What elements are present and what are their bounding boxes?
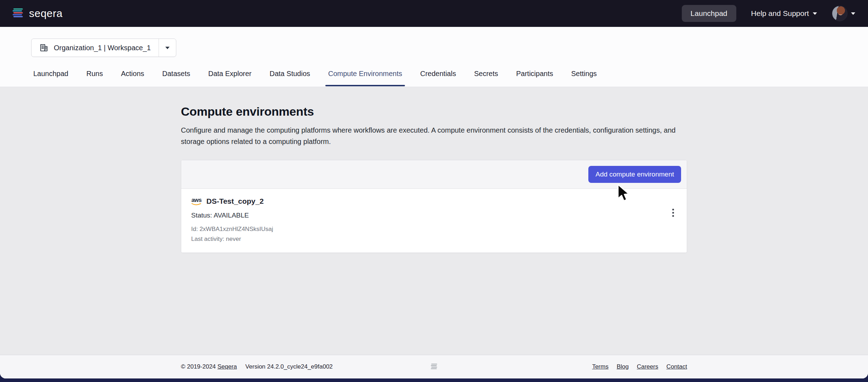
main-content: Compute environments Configure and manag… xyxy=(0,87,868,355)
careers-link[interactable]: Careers xyxy=(637,363,658,370)
seqera-mark-icon xyxy=(429,361,439,372)
environment-name-row: aws DS-Test_copy_2 xyxy=(191,197,678,206)
seqera-logo-icon xyxy=(11,7,24,20)
status-value: AVAILABLE xyxy=(213,212,249,219)
tab-datasets[interactable]: Datasets xyxy=(159,69,193,86)
workspace-selector-main[interactable]: Organization_1 | Workspace_1 xyxy=(32,39,159,57)
footer: © 2019-2024 Seqera Version 24.2.0_cycle2… xyxy=(0,355,868,378)
help-and-support-label: Help and Support xyxy=(751,9,809,18)
last-activity-label: Last activity: xyxy=(191,236,224,242)
footer-links: Terms Blog Careers Contact xyxy=(592,363,687,370)
aws-smile-icon xyxy=(191,203,202,206)
avatar[interactable] xyxy=(832,6,847,21)
last-activity-value: never xyxy=(226,236,241,242)
environment-status: Status: AVAILABLE xyxy=(191,212,678,219)
tab-runs[interactable]: Runs xyxy=(84,69,106,86)
blog-link[interactable]: Blog xyxy=(617,363,629,370)
chevron-down-icon xyxy=(165,47,170,49)
footer-left: © 2019-2024 Seqera Version 24.2.0_cycle2… xyxy=(181,363,333,370)
tab-launchpad[interactable]: Launchpad xyxy=(30,69,71,86)
environment-id-line: Id: 2xWBA1xznHlZ4NSksIUsaj xyxy=(191,225,678,234)
seqera-footer-link[interactable]: Seqera xyxy=(217,363,237,370)
terms-link[interactable]: Terms xyxy=(592,363,609,370)
chevron-down-icon xyxy=(813,12,817,15)
copyright-text: © 2019-2024 Seqera xyxy=(181,363,237,370)
page-title: Compute environments xyxy=(181,105,687,118)
user-menu[interactable] xyxy=(832,6,855,21)
app-window: seqera Launchpad Help and Support xyxy=(0,0,868,378)
workspace-tabs: Launchpad Runs Actions Datasets Data Exp… xyxy=(30,69,868,86)
navbar-right: Launchpad Help and Support xyxy=(682,5,855,22)
compute-environment-card: aws DS-Test_copy_2 Status: AVAILABLE xyxy=(181,189,687,253)
environment-name-link[interactable]: DS-Test_copy_2 xyxy=(206,197,264,206)
contact-link[interactable]: Contact xyxy=(666,363,687,370)
tab-data-explorer[interactable]: Data Explorer xyxy=(205,69,254,86)
workspace-selector[interactable]: Organization_1 | Workspace_1 xyxy=(31,39,176,57)
tab-participants[interactable]: Participants xyxy=(513,69,556,86)
status-label: Status: xyxy=(191,212,212,219)
workspace-band: Organization_1 | Workspace_1 Launchpad R… xyxy=(0,27,868,87)
top-navbar: seqera Launchpad Help and Support xyxy=(0,0,868,27)
aws-provider-icon: aws xyxy=(191,197,202,206)
chevron-down-icon xyxy=(851,12,855,15)
help-and-support-menu[interactable]: Help and Support xyxy=(751,9,817,18)
tab-actions[interactable]: Actions xyxy=(118,69,147,86)
page-description: Configure and manage the computing platf… xyxy=(181,125,687,147)
id-value: 2xWBA1xznHlZ4NSksIUsaj xyxy=(200,226,273,232)
environment-options-kebab-icon[interactable] xyxy=(669,207,677,219)
launchpad-button[interactable]: Launchpad xyxy=(682,5,736,22)
panel-header: Add compute environment xyxy=(181,160,687,189)
brand-name: seqera xyxy=(29,7,63,19)
tab-credentials[interactable]: Credentials xyxy=(417,69,459,86)
organization-icon xyxy=(39,43,48,52)
version-text: Version 24.2.0_cycle24_e9fa002 xyxy=(245,363,333,370)
compute-environments-panel: Add compute environment aws DS-Test_copy… xyxy=(181,160,687,253)
add-compute-environment-button[interactable]: Add compute environment xyxy=(588,166,681,183)
workspace-selector-label: Organization_1 | Workspace_1 xyxy=(54,44,151,52)
tab-compute-environments[interactable]: Compute Environments xyxy=(325,69,405,86)
workspace-selector-dropdown-button[interactable] xyxy=(159,39,176,57)
tab-secrets[interactable]: Secrets xyxy=(471,69,501,86)
brand[interactable]: seqera xyxy=(11,7,63,20)
environment-last-activity-line: Last activity: never xyxy=(191,235,678,244)
tab-data-studios[interactable]: Data Studios xyxy=(267,69,313,86)
id-label: Id: xyxy=(191,226,198,232)
environment-meta: Id: 2xWBA1xznHlZ4NSksIUsaj Last activity… xyxy=(191,225,678,243)
tab-settings[interactable]: Settings xyxy=(568,69,599,86)
